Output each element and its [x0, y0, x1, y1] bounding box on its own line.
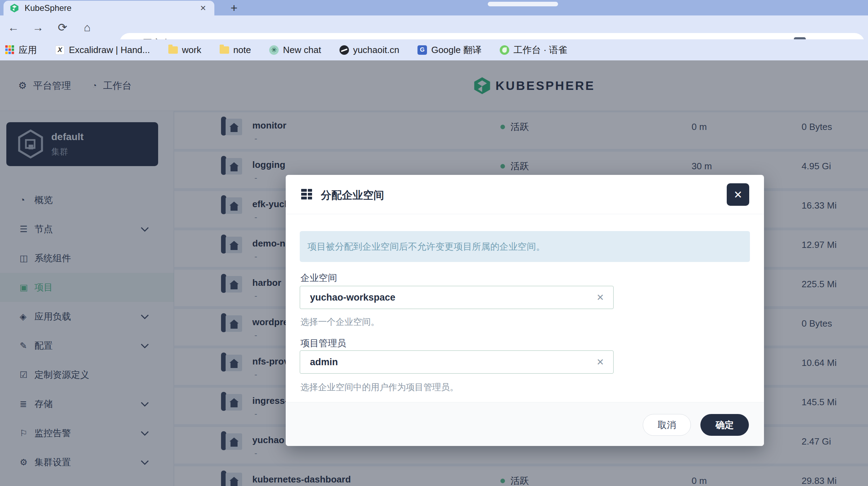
admin-helper-text: 选择企业空间中的用户作为项目管理员。	[300, 381, 459, 393]
workspace-select-value: yuchao-workspace	[310, 292, 395, 303]
bookmark-item[interactable]: XExcalidraw | Hand...	[55, 45, 150, 55]
bookmark-label: 工作台 · 语雀	[513, 44, 567, 56]
globe-icon	[339, 45, 349, 55]
admin-clear-icon[interactable]: ✕	[596, 357, 604, 368]
bookmark-item[interactable]: 工作台 · 语雀	[500, 44, 567, 56]
back-icon[interactable]: ←	[4, 15, 23, 39]
workspace-select[interactable]: yuchao-workspace ✕	[300, 286, 614, 309]
bookmark-item[interactable]: 应用	[5, 44, 37, 56]
bookmark-item[interactable]: GGoogle 翻译	[417, 44, 481, 56]
confirm-button[interactable]: 确定	[700, 414, 749, 436]
yuque-icon	[500, 45, 509, 55]
bookmark-label: Excalidraw | Hand...	[69, 45, 150, 55]
bookmark-label: yuchaoit.cn	[353, 45, 400, 55]
translate-icon: G	[417, 45, 427, 55]
bookmark-item[interactable]: note	[220, 45, 251, 55]
chatgpt-icon: ✳	[269, 45, 279, 55]
browser-toolbar: ← → ⟳ ⌂ ⚠ 不安全 | 10.0.0.80:30880/clusters…	[0, 15, 868, 39]
folder-icon	[220, 46, 229, 54]
reload-icon[interactable]: ⟳	[53, 15, 72, 39]
info-alert: 项目被分配到企业空间后不允许变更项目所属的企业空间。	[300, 231, 750, 262]
tab-title: KubeSphere	[25, 3, 198, 13]
forward-icon[interactable]: →	[28, 15, 48, 39]
bookmark-item[interactable]: ✳New chat	[269, 45, 321, 55]
browser-tab[interactable]: KubeSphere ×	[4, 1, 214, 15]
admin-field-label: 项目管理员	[300, 337, 346, 349]
admin-select[interactable]: admin ✕	[300, 350, 614, 374]
bookmark-label: Google 翻译	[431, 44, 481, 56]
bookmark-label: New chat	[283, 45, 321, 55]
browser-tab-strip: KubeSphere × +	[0, 0, 868, 15]
kubesphere-favicon-icon	[10, 4, 19, 13]
bookmarks-bar: 应用XExcalidraw | Hand...worknote✳New chat…	[0, 39, 868, 60]
bookmark-item[interactable]: work	[168, 45, 201, 55]
admin-select-value: admin	[310, 357, 338, 368]
workspace-helper-text: 选择一个企业空间。	[300, 316, 380, 328]
modal-footer: 取消 确定	[286, 402, 764, 446]
cancel-button[interactable]: 取消	[643, 414, 691, 436]
apps-icon	[5, 45, 14, 55]
folder-icon	[168, 46, 178, 54]
bookmark-item[interactable]: yuchaoit.cn	[339, 45, 400, 55]
bookmark-label: note	[233, 45, 251, 55]
modal-title: 分配企业空间	[321, 188, 384, 203]
kubesphere-app: ⚙ 平台管理 ◔ 工作台 KUBESPHERE	[0, 60, 868, 486]
assign-workspace-modal: 分配企业空间 ✕ 项目被分配到企业空间后不允许变更项目所属的企业空间。 企业空间…	[286, 175, 764, 446]
workspace-field-label: 企业空间	[300, 272, 337, 284]
home-icon[interactable]: ⌂	[77, 15, 97, 39]
modal-header: 分配企业空间 ✕	[286, 175, 764, 214]
bookmark-label: 应用	[19, 44, 37, 56]
screen: KubeSphere × + ← → ⟳ ⌂ ⚠ 不安全 | 10.0.0.80…	[0, 0, 868, 486]
modal-close-button[interactable]: ✕	[727, 183, 749, 206]
tabstrip-scroll-pill[interactable]	[488, 2, 558, 6]
new-tab-button[interactable]: +	[225, 0, 243, 15]
tab-close-icon[interactable]: ×	[198, 2, 208, 14]
bookmark-label: work	[182, 45, 201, 55]
workspace-grid-icon	[301, 189, 312, 199]
excalidraw-icon: X	[55, 45, 65, 55]
workspace-clear-icon[interactable]: ✕	[596, 292, 604, 303]
